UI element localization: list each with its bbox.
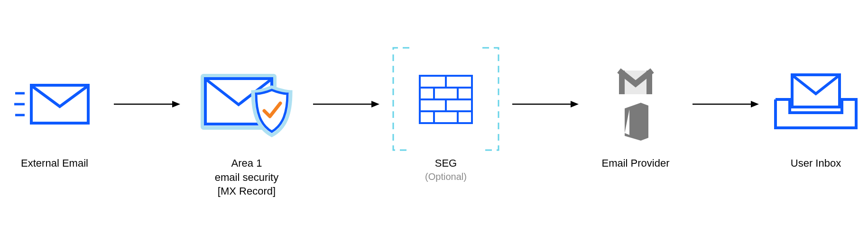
label-provider: Email Provider: [601, 156, 669, 170]
arrow-2: [308, 57, 384, 152]
arrow-4: [688, 57, 764, 152]
label-inbox: User Inbox: [791, 156, 841, 170]
shield-envelope-icon: [197, 57, 296, 152]
label-area1: Area 1 email security [MX Record]: [215, 156, 278, 198]
gmail-icon: [619, 71, 652, 94]
svg-marker-26: [751, 101, 759, 107]
node-area1-security: Area 1 email security [MX Record]: [185, 57, 308, 198]
label-seg-main: SEG: [435, 157, 457, 169]
label-external-email: External Email: [21, 156, 88, 170]
seg-firewall-icon: [387, 47, 505, 152]
office-icon: [625, 103, 648, 141]
arrow-3: [508, 57, 583, 152]
inbox-icon: [771, 57, 861, 152]
label-area1-line2: email security: [215, 171, 278, 183]
label-seg-sub: (Optional): [425, 170, 467, 183]
svg-marker-9: [371, 101, 379, 107]
label-seg: SEG (Optional): [425, 156, 467, 183]
label-area1-line3: [MX Record]: [218, 185, 276, 197]
label-area1-line1: Area 1: [231, 157, 262, 169]
email-flow-diagram: External Email: [0, 0, 868, 241]
flow-row: External Email: [0, 57, 868, 198]
svg-marker-5: [172, 101, 180, 107]
svg-marker-21: [571, 101, 579, 107]
external-email-icon: [14, 57, 95, 152]
node-user-inbox: User Inbox: [764, 57, 868, 170]
provider-icons: [609, 57, 662, 152]
node-seg: SEG (Optional): [384, 57, 508, 183]
node-external-email: External Email: [0, 57, 109, 170]
arrow-1: [109, 57, 185, 152]
node-email-provider: Email Provider: [583, 57, 688, 170]
